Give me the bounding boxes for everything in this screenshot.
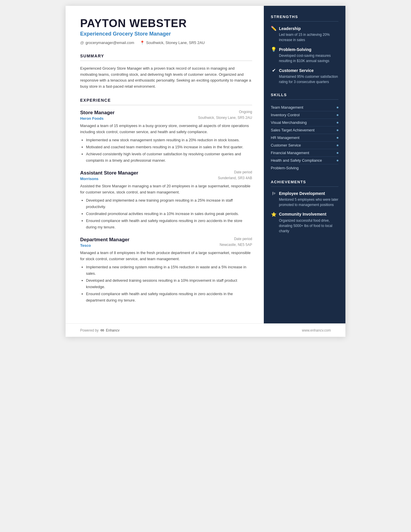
- skill-1-dot: [337, 107, 338, 108]
- job-3-bullets: Implemented a new ordering system result…: [80, 264, 252, 304]
- achievements-divider: [271, 186, 338, 187]
- achievement-2: ⭐ Community Involvement Organized succes…: [271, 212, 338, 234]
- summary-section: SUMMARY Experienced Grocery Store Manage…: [80, 54, 252, 90]
- job-1-desc: Managed a team of 15 employees in a busy…: [80, 123, 252, 135]
- location-icon: 📍: [140, 40, 145, 45]
- job-3-company: Tesco: [80, 243, 91, 248]
- left-column: PAYTON WEBSTER Experienced Grocery Store…: [66, 6, 264, 323]
- email-contact: @ grocerymanager@email.com: [80, 40, 134, 45]
- skill-5: HR Management: [271, 134, 338, 142]
- location-value: Southwick, Stoney Lane, SR5 2AU: [146, 40, 205, 45]
- job-3-bullet-2: Developed and delivered training session…: [86, 277, 252, 290]
- job-1-bullets: Implemented a new stock management syste…: [80, 137, 252, 164]
- skill-8-dot: [337, 160, 338, 161]
- enhancv-logo-mark: ∞: [100, 327, 104, 333]
- job-3-title: Department Manager: [80, 237, 129, 243]
- main-content: PAYTON WEBSTER Experienced Grocery Store…: [66, 6, 345, 323]
- location-contact: 📍 Southwick, Stoney Lane, SR5 2AU: [140, 40, 205, 45]
- summary-title: SUMMARY: [80, 54, 252, 58]
- job-2-header: Assistant Store Manager Date period: [80, 170, 252, 176]
- achievements-section: ACHIEVEMENTS 🏳 Employee Development Ment…: [271, 180, 338, 234]
- leadership-icon: ✏️: [271, 26, 277, 31]
- skill-6: Customer Service: [271, 142, 338, 149]
- job-1-title: Store Manager: [80, 110, 115, 116]
- job-3-date: Date period: [234, 237, 252, 241]
- email-icon: @: [80, 40, 84, 45]
- strengths-divider: [271, 21, 338, 22]
- job-3-bullet-3: Ensured compliance with health and safet…: [86, 291, 252, 304]
- strengths-title: STRENGTHS: [271, 15, 338, 19]
- contact-line: @ grocerymanager@email.com 📍 Southwick, …: [80, 40, 252, 45]
- skill-7-dot: [337, 152, 338, 154]
- skill-2: Inventory Control: [271, 111, 338, 119]
- strength-3-name: Customer Service: [279, 68, 314, 73]
- job-3-bullet-1: Implemented a new ordering system result…: [86, 264, 252, 277]
- right-column: STRENGTHS ✏️ Leadership Led team of 15 i…: [264, 6, 345, 323]
- problem-solving-icon: 💡: [271, 47, 277, 52]
- skill-3-label: Visual Merchandising: [271, 120, 307, 125]
- job-2-bullet-2: Coordinated promotional activities resul…: [86, 211, 252, 217]
- skill-2-dot: [337, 114, 338, 116]
- skill-5-dot: [337, 137, 338, 139]
- job-2-bullet-3: Ensured compliance with health and safet…: [86, 218, 252, 230]
- strength-2: 💡 Problem-Solving Developed cost-saving …: [271, 47, 338, 64]
- job-2-date: Date period: [234, 170, 252, 174]
- skill-3-dot: [337, 122, 338, 124]
- job-1-header: Store Manager Ongoing: [80, 110, 252, 116]
- job-1-bullet-2: Motivated and coached team members resul…: [86, 144, 252, 150]
- job-2: Assistant Store Manager Date period Morr…: [80, 170, 252, 230]
- skill-3: Visual Merchandising: [271, 119, 338, 126]
- experience-title: EXPERIENCE: [80, 98, 252, 103]
- skills-divider: [271, 99, 338, 100]
- strength-1-desc: Led team of 15 in achieving 20% increase…: [271, 32, 338, 43]
- skill-4: Sales Target Achievement: [271, 126, 338, 134]
- skill-8-label: Health and Safety Compliance: [271, 158, 322, 163]
- job-1-date: Ongoing: [239, 110, 252, 114]
- experience-divider: [80, 105, 252, 105]
- strength-1-name: Leadership: [279, 26, 301, 31]
- community-involvement-icon: ⭐: [271, 212, 277, 217]
- strength-1-header: ✏️ Leadership: [271, 26, 338, 31]
- strength-2-header: 💡 Problem-Solving: [271, 47, 338, 52]
- job-2-company: Morrisons: [80, 177, 99, 181]
- achievement-1-header: 🏳 Employee Development: [271, 191, 338, 196]
- skill-1: Team Management: [271, 104, 338, 111]
- experience-section: EXPERIENCE Store Manager Ongoing Heron F…: [80, 98, 252, 304]
- employee-development-icon: 🏳: [271, 191, 277, 196]
- brand-name: Enhancv: [106, 328, 120, 332]
- achievement-2-desc: Organized successful food drive, donatin…: [271, 218, 338, 234]
- strengths-section: STRENGTHS ✏️ Leadership Led team of 15 i…: [271, 15, 338, 84]
- candidate-title: Experienced Grocery Store Manager: [80, 31, 252, 37]
- footer-website: www.enhancv.com: [302, 328, 331, 332]
- strength-3: ✔ Customer Service Maintained 95% custom…: [271, 68, 338, 84]
- skills-title: SKILLS: [271, 93, 338, 97]
- summary-divider: [80, 61, 252, 61]
- job-2-bullet-1: Developed and implemented a new training…: [86, 197, 252, 210]
- strength-2-name: Problem-Solving: [279, 47, 311, 52]
- achievement-1-desc: Mentored 5 employees who were later prom…: [271, 197, 338, 207]
- powered-by-text: Powered by: [80, 328, 99, 332]
- skill-6-label: Customer Service: [271, 143, 301, 147]
- summary-text: Experienced Grocery Store Manager with a…: [80, 66, 252, 90]
- header-section: PAYTON WEBSTER Experienced Grocery Store…: [80, 17, 252, 45]
- customer-service-icon: ✔: [271, 68, 277, 73]
- strength-3-desc: Maintained 95% customer satisfaction rat…: [271, 74, 338, 84]
- skill-4-dot: [337, 129, 338, 131]
- job-1-location: Southwick, Stoney Lane, SR5 2AU: [198, 116, 252, 120]
- skill-4-label: Sales Target Achievement: [271, 128, 315, 132]
- skill-9: Problem-Solving: [271, 164, 338, 172]
- footer-logo: Powered by ∞ Enhancv: [80, 327, 120, 333]
- strength-1: ✏️ Leadership Led team of 15 in achievin…: [271, 26, 338, 43]
- skills-section: SKILLS Team Management Inventory Control…: [271, 93, 338, 172]
- job-1-bullet-3: Achieved consistently high levels of cus…: [86, 151, 252, 164]
- candidate-name: PAYTON WEBSTER: [80, 17, 252, 30]
- skill-9-label: Problem-Solving: [271, 166, 298, 170]
- achievement-2-name: Community Involvement: [279, 212, 326, 217]
- job-2-location: Sunderland, SR3 4AB: [218, 176, 252, 180]
- skill-8: Health and Safety Compliance: [271, 157, 338, 164]
- achievement-1: 🏳 Employee Development Mentored 5 employ…: [271, 191, 338, 207]
- achievement-2-header: ⭐ Community Involvement: [271, 212, 338, 217]
- achievement-1-name: Employee Development: [279, 191, 325, 196]
- job-1: Store Manager Ongoing Heron Foods Southw…: [80, 110, 252, 164]
- job-3-header: Department Manager Date period: [80, 237, 252, 243]
